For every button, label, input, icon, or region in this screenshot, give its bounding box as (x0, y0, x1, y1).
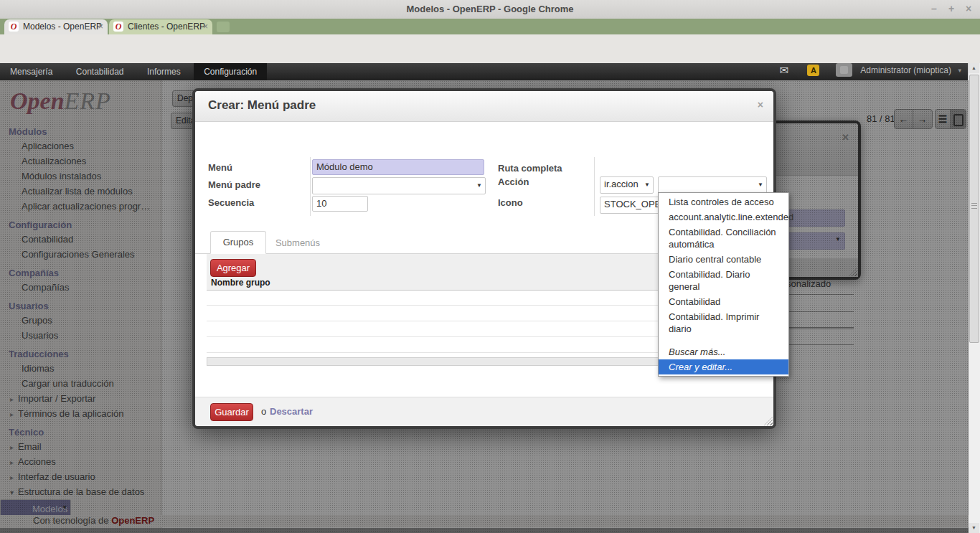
discard-link[interactable]: Descartar (270, 406, 313, 417)
full-path-label: Ruta completa (498, 163, 562, 174)
dialog-title: Crear: Menú padre (208, 98, 316, 113)
chevron-down-icon: ▾ (958, 67, 961, 74)
openerp-navbar: Mensajería Contabilidad Informes Configu… (0, 63, 969, 80)
page-content: OpenERP Módulos Aplicaciones Actualizaci… (0, 80, 969, 533)
close-icon[interactable]: × (758, 99, 763, 110)
messages-envelope-icon[interactable]: ✉ (779, 64, 788, 76)
tab-label: Modelos - OpenERP (23, 22, 102, 32)
close-window-button[interactable]: × (960, 0, 977, 19)
dropdown-option[interactable]: Contabilidad (659, 294, 788, 309)
vertical-scrollbar[interactable]: ▲ ▼ (968, 63, 980, 533)
browser-tab-inactive[interactable]: O Clientes - OpenERP × (109, 19, 212, 34)
tab-grupos[interactable]: Grupos (210, 231, 266, 254)
action-model-select[interactable]: ir.accion (600, 176, 654, 194)
save-button[interactable]: Guardar (210, 403, 253, 421)
announcement-icon[interactable]: A (807, 65, 819, 76)
search-more-option[interactable]: Buscar más... (659, 344, 788, 359)
menu-parent-select[interactable] (312, 177, 486, 194)
window-title: Modelos - OpenERP - Google Chrome (406, 4, 573, 14)
scroll-up-icon[interactable]: ▲ (969, 63, 979, 73)
browser-tabstrip: O Modelos - OpenERP × O Clientes - OpenE… (0, 19, 980, 34)
dropdown-option[interactable]: Contabilidad. Conciliación automática (659, 225, 788, 252)
dropdown-option[interactable]: Diario central contable (659, 252, 788, 267)
divider (594, 157, 595, 216)
dropdown-option[interactable]: Contabilidad. Diario general (659, 267, 788, 294)
group-name-column-header: Nombre grupo (211, 278, 270, 288)
browser-toolbar: ← → ↻ ⌂ 192.168.10.50:8069/?db=mioptica&… (0, 34, 980, 63)
navbar-right-cluster: ✉ A Administrator (mioptica) ▾ (779, 63, 961, 80)
scrollbar-grip (971, 203, 977, 209)
scrollbar-thumb[interactable] (969, 75, 979, 343)
create-and-edit-option[interactable]: Crear y editar... (659, 359, 788, 374)
minimize-button[interactable]: – (925, 0, 943, 19)
divider (310, 157, 311, 216)
menu-label: Menú (208, 162, 232, 173)
browser-tab-active[interactable]: O Modelos - OpenERP × (4, 19, 108, 34)
avatar[interactable] (836, 63, 852, 77)
new-tab-button[interactable] (217, 22, 230, 32)
dropdown-option[interactable]: account.analytic.line.extended (659, 209, 788, 225)
dialog-footer: Guardar o Descartar (195, 397, 773, 426)
openerp-favicon: O (113, 22, 123, 32)
add-group-button[interactable]: Agregar (210, 259, 256, 277)
menu-parent-label: Menú padre (208, 179, 260, 190)
openerp-favicon: O (9, 22, 19, 32)
action-autocomplete-dropdown: Lista controles de acceso account.analyt… (658, 192, 789, 377)
action-label: Acción (498, 176, 529, 187)
navbar-menu-item[interactable]: Informes (137, 63, 191, 80)
sequence-label: Secuencia (208, 197, 254, 208)
icon-label: Icono (498, 197, 523, 208)
navbar-menu-item[interactable]: Configuración (194, 63, 267, 80)
user-menu[interactable]: Administrator (mioptica) (860, 65, 951, 75)
scroll-down-icon[interactable]: ▼ (969, 523, 979, 533)
navbar-menu-item[interactable]: Contabilidad (66, 63, 134, 80)
tab-close-icon[interactable]: × (98, 19, 103, 34)
dropdown-option[interactable]: Lista controles de acceso (659, 194, 788, 209)
dialog-header: Crear: Menú padre × (195, 91, 773, 122)
sequence-input[interactable]: 10 (312, 196, 368, 212)
maximize-button[interactable]: + (943, 0, 960, 19)
tab-close-icon[interactable]: × (203, 19, 208, 34)
tab-label: Clientes - OpenERP (128, 22, 205, 32)
tab-submenus[interactable]: Submenús (273, 232, 323, 254)
navbar-menu-item[interactable]: Mensajería (0, 63, 62, 80)
or-text: o (261, 406, 266, 417)
menu-name-input[interactable]: Módulo demo (312, 159, 484, 175)
dropdown-option[interactable]: Contabilidad. Imprimir diario (659, 309, 788, 336)
action-select[interactable] (658, 176, 767, 194)
window-titlebar: Modelos - OpenERP - Google Chrome – + × (0, 0, 980, 19)
